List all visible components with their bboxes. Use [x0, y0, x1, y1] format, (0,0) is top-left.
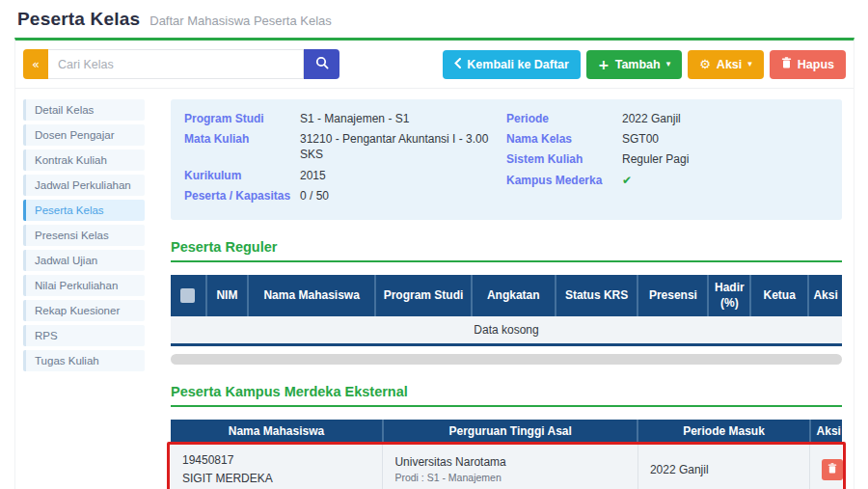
main-card: « Kembali ke Daftar + Tambah [14, 38, 854, 489]
col-program-studi: Program Studi [375, 275, 472, 316]
info-value: 2022 Ganjil [620, 111, 681, 126]
gear-icon: ⚙ [699, 58, 711, 70]
content: Detail Kelas Dosen Pengajar Kontrak Kuli… [15, 89, 854, 489]
page-header: Peserta Kelas Daftar Mahasiswa Peserta K… [0, 0, 868, 38]
col-hadir: Hadir (%) [708, 275, 750, 316]
col-presensi: Presensi [637, 275, 708, 316]
university-cell: Universitas Narotama Prodi : S1 - Manaje… [383, 445, 637, 489]
table-row: 19450817 SIGIT MERDEKA Universitas Narot… [171, 445, 842, 489]
page-title: Peserta Kelas [17, 9, 140, 30]
table-header-row: NIM Nama Mahasiswa Program Studi Angkata… [171, 275, 842, 316]
toolbar: « Kembali ke Daftar + Tambah [15, 41, 854, 89]
university-name: Universitas Narotama [394, 453, 625, 472]
toolbar-actions: Kembali ke Daftar + Tambah ▾ ⚙ Aksi ▾ Ha… [443, 50, 846, 79]
student-nim: 19450817 [182, 451, 370, 470]
action-label: Aksi [717, 58, 742, 71]
info-label: Kampus Mederka [506, 173, 620, 188]
search-group: « [23, 49, 339, 79]
section-title-peserta-reguler: Peserta Reguler [171, 239, 842, 255]
add-button[interactable]: + Tambah ▾ [586, 50, 682, 79]
sidebar-item-dosen-pengajar[interactable]: Dosen Pengajar [23, 124, 145, 146]
delete-button[interactable]: Hapus [770, 50, 846, 79]
sidebar-item-tugas-kuliah[interactable]: Tugas Kuliah [23, 350, 145, 371]
sidebar-item-jadwal-ujian[interactable]: Jadwal Ujian [23, 250, 145, 271]
col-aksi: Aksi [808, 275, 842, 316]
search-icon [315, 56, 329, 72]
row-action-cell [810, 445, 842, 489]
horizontal-scrollbar[interactable] [171, 354, 842, 365]
sidebar-item-rps[interactable]: RPS [23, 325, 145, 346]
info-label: Nama Kelas [506, 131, 620, 147]
action-button[interactable]: ⚙ Aksi ▾ [688, 50, 764, 79]
chevron-left-icon [454, 58, 461, 71]
col-status-krs: Status KRS [556, 275, 638, 316]
class-info-right: Periode2022 Ganjil Nama KelasSGT00 Siste… [506, 111, 828, 208]
select-all-header [171, 275, 206, 316]
info-value: SGT00 [620, 131, 659, 147]
page: Peserta Kelas Daftar Mahasiswa Peserta K… [0, 0, 868, 489]
collapse-button[interactable]: « [23, 49, 48, 79]
section-title-kampus-merdeka: Peserta Kampus Merdeka Eksternal [171, 384, 842, 399]
sidebar-item-kontrak-kuliah[interactable]: Kontrak Kuliah [23, 149, 145, 171]
col-nim: NIM [206, 275, 248, 316]
back-to-list-label: Kembali ke Daftar [467, 58, 569, 71]
section-rule [171, 405, 842, 407]
add-label: Tambah [615, 58, 661, 71]
trash-icon [781, 57, 792, 71]
info-value: S1 - Manajemen - S1 [298, 111, 409, 126]
trash-icon [827, 462, 837, 476]
info-label: Periode [506, 111, 620, 126]
plus-icon: + [598, 58, 610, 71]
sidebar-item-rekap-kuesioner[interactable]: Rekap Kuesioner [23, 300, 145, 321]
student-name: SIGIT MERDEKA [182, 470, 370, 488]
university-prodi: Prodi : S1 - Manajemen [394, 471, 625, 486]
kampus-merdeka-table: Nama Mahasiswa Perguruan Tinggi Asal Per… [171, 420, 842, 489]
sidebar-item-jadwal-perkuliahan[interactable]: Jadwal Perkuliahan [23, 175, 145, 196]
class-info-left: Program StudiS1 - Manajemen - S1 Mata Ku… [184, 111, 506, 208]
info-label: Mata Kuliah [184, 131, 298, 162]
caret-down-icon: ▾ [666, 60, 671, 68]
student-cell: 19450817 SIGIT MERDEKA [171, 445, 383, 489]
col-nama-mahasiswa: Nama Mahasiswa [248, 275, 375, 316]
search-input[interactable] [48, 49, 304, 79]
select-all-checkbox[interactable] [180, 288, 195, 303]
col-aksi: Aksi [810, 420, 842, 445]
info-label: Peserta / Kapasitas [184, 188, 298, 204]
info-value: 0 / 50 [298, 188, 329, 204]
col-ketua: Ketua [750, 275, 808, 316]
sidebar-item-presensi-kelas[interactable]: Presensi Kelas [23, 225, 145, 246]
info-label: Kurikulum [184, 168, 298, 183]
row-delete-button[interactable] [822, 459, 843, 480]
delete-label: Hapus [798, 58, 834, 71]
info-value: Reguler Pagi [620, 151, 689, 167]
peserta-reguler-table: NIM Nama Mahasiswa Program Studi Angkata… [171, 275, 842, 346]
empty-message: Data kosong [171, 316, 842, 345]
back-to-list-button[interactable]: Kembali ke Daftar [443, 50, 581, 79]
info-value: 31210 - Pengantar Akuntansi I - 3.00 SKS [298, 131, 506, 162]
info-label: Sistem Kuliah [506, 151, 620, 167]
table-header-row: Nama Mahasiswa Perguruan Tinggi Asal Per… [171, 420, 842, 445]
col-nama-mahasiswa: Nama Mahasiswa [171, 420, 383, 445]
empty-row: Data kosong [171, 316, 842, 345]
info-label: Program Studi [184, 111, 298, 126]
main-panel: Program StudiS1 - Manajemen - S1 Mata Ku… [171, 99, 842, 489]
sidebar-item-peserta-kelas[interactable]: Peserta Kelas [23, 200, 145, 221]
col-angkatan: Angkatan [472, 275, 556, 316]
period-cell: 2022 Ganjil [637, 445, 809, 489]
sidebar-item-nilai-perkuliahan[interactable]: Nilai Perkuliahan [23, 275, 145, 296]
class-info-panel: Program StudiS1 - Manajemen - S1 Mata Ku… [171, 99, 842, 220]
caret-down-icon: ▾ [747, 60, 752, 68]
col-perguruan-tinggi-asal: Perguruan Tinggi Asal [383, 420, 637, 445]
section-rule [171, 260, 842, 262]
merdeka-table-wrap: Nama Mahasiswa Perguruan Tinggi Asal Per… [171, 420, 842, 489]
col-periode-masuk: Periode Masuk [637, 420, 809, 445]
check-icon: ✔ [620, 173, 632, 188]
sidebar-item-detail-kelas[interactable]: Detail Kelas [23, 99, 145, 121]
sidebar: Detail Kelas Dosen Pengajar Kontrak Kuli… [23, 99, 145, 489]
info-value: 2015 [298, 168, 326, 183]
page-subtitle: Daftar Mahasiswa Peserta Kelas [149, 14, 332, 28]
search-button[interactable] [304, 49, 339, 79]
